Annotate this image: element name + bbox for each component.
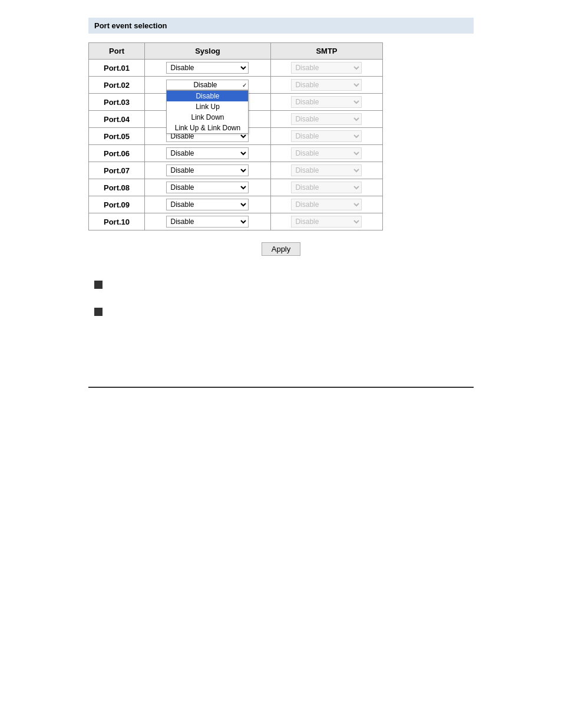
smtp-select-8[interactable]: Disable <box>291 182 362 193</box>
port-label-9: Port.09 <box>89 196 145 213</box>
dropdown-option-link-up-&-link-down[interactable]: Link Up & Link Down <box>167 123 248 133</box>
smtp-select-10[interactable]: Disable <box>291 216 362 228</box>
col-header-smtp: SMTP <box>270 43 382 60</box>
syslog-dropdown-2[interactable]: DisableLink UpLink DownLink Up & Link Do… <box>166 90 249 134</box>
syslog-cell-10: DisableLink UpLink DownLink Up & Link Do… <box>145 213 271 230</box>
dropdown-option-link-up[interactable]: Link Up <box>167 101 248 112</box>
smtp-cell-1: Disable <box>270 60 382 77</box>
port-label-6: Port.06 <box>89 145 145 162</box>
smtp-select-9[interactable]: Disable <box>291 199 362 210</box>
smtp-select-7[interactable]: Disable <box>291 164 362 176</box>
smtp-select-6[interactable]: Disable <box>291 147 362 159</box>
port-label-5: Port.05 <box>89 128 145 145</box>
port-label-8: Port.08 <box>89 179 145 196</box>
table-row: Port.10DisableLink UpLink DownLink Up & … <box>89 213 383 230</box>
port-label-1: Port.01 <box>89 60 145 77</box>
footer-divider <box>88 387 474 388</box>
port-label-2: Port.02 <box>89 77 145 94</box>
smtp-select-2[interactable]: Disable <box>291 79 362 91</box>
syslog-select-8[interactable]: DisableLink UpLink DownLink Up & Link Do… <box>166 182 249 193</box>
table-row: Port.07DisableLink UpLink DownLink Up & … <box>89 162 383 179</box>
table-row: Port.08DisableLink UpLink DownLink Up & … <box>89 179 383 196</box>
col-header-syslog: Syslog <box>145 43 271 60</box>
smtp-cell-8: Disable <box>270 179 382 196</box>
bullet-item-1 <box>94 279 468 289</box>
bullet-section <box>88 279 474 316</box>
smtp-cell-7: Disable <box>270 162 382 179</box>
smtp-cell-4: Disable <box>270 111 382 128</box>
table-row: Port.06DisableLink UpLink DownLink Up & … <box>89 145 383 162</box>
bullet-icon-2 <box>94 308 103 316</box>
port-label-10: Port.10 <box>89 213 145 230</box>
dropdown-option-link-down[interactable]: Link Down <box>167 112 248 123</box>
port-label-3: Port.03 <box>89 94 145 111</box>
syslog-select-7[interactable]: DisableLink UpLink DownLink Up & Link Do… <box>166 164 249 176</box>
smtp-cell-2: Disable <box>270 77 382 94</box>
apply-button[interactable]: Apply <box>262 242 301 256</box>
syslog-select-6[interactable]: DisableLink UpLink DownLink Up & Link Do… <box>166 147 249 159</box>
syslog-cell-1: DisableLink UpLink DownLink Up & Link Do… <box>145 60 271 77</box>
syslog-cell-9: DisableLink UpLink DownLink Up & Link Do… <box>145 196 271 213</box>
port-event-table: Port Syslog SMTP Port.01DisableLink UpLi… <box>88 42 383 230</box>
port-event-table-container: Port Syslog SMTP Port.01DisableLink UpLi… <box>88 42 474 230</box>
syslog-cell-7: DisableLink UpLink DownLink Up & Link Do… <box>145 162 271 179</box>
smtp-cell-3: Disable <box>270 94 382 111</box>
smtp-cell-10: Disable <box>270 213 382 230</box>
smtp-cell-9: Disable <box>270 196 382 213</box>
syslog-cell-2: Disable✓DisableLink UpLink DownLink Up &… <box>145 77 271 94</box>
bullet-icon-1 <box>94 281 103 289</box>
syslog-select-9[interactable]: DisableLink UpLink DownLink Up & Link Do… <box>166 199 249 210</box>
apply-btn-container: Apply <box>88 242 474 256</box>
smtp-cell-6: Disable <box>270 145 382 162</box>
section-header: Port event selection <box>88 18 474 34</box>
dropdown-option-disable[interactable]: Disable <box>167 91 248 101</box>
table-row: Port.02Disable✓DisableLink UpLink DownLi… <box>89 77 383 94</box>
smtp-select-1[interactable]: Disable <box>291 62 362 74</box>
syslog-cell-8: DisableLink UpLink DownLink Up & Link Do… <box>145 179 271 196</box>
table-row: Port.01DisableLink UpLink DownLink Up & … <box>89 60 383 77</box>
smtp-select-5[interactable]: Disable <box>291 130 362 142</box>
table-row: Port.09DisableLink UpLink DownLink Up & … <box>89 196 383 213</box>
col-header-port: Port <box>89 43 145 60</box>
smtp-cell-5: Disable <box>270 128 382 145</box>
port-label-4: Port.04 <box>89 111 145 128</box>
syslog-select-10[interactable]: DisableLink UpLink DownLink Up & Link Do… <box>166 216 249 228</box>
port-label-7: Port.07 <box>89 162 145 179</box>
smtp-select-4[interactable]: Disable <box>291 113 362 125</box>
bullet-item-2 <box>94 307 468 316</box>
syslog-select-2[interactable]: Disable✓ <box>166 80 249 90</box>
syslog-select-1[interactable]: DisableLink UpLink DownLink Up & Link Do… <box>166 62 249 74</box>
smtp-select-3[interactable]: Disable <box>291 96 362 108</box>
syslog-cell-6: DisableLink UpLink DownLink Up & Link Do… <box>145 145 271 162</box>
